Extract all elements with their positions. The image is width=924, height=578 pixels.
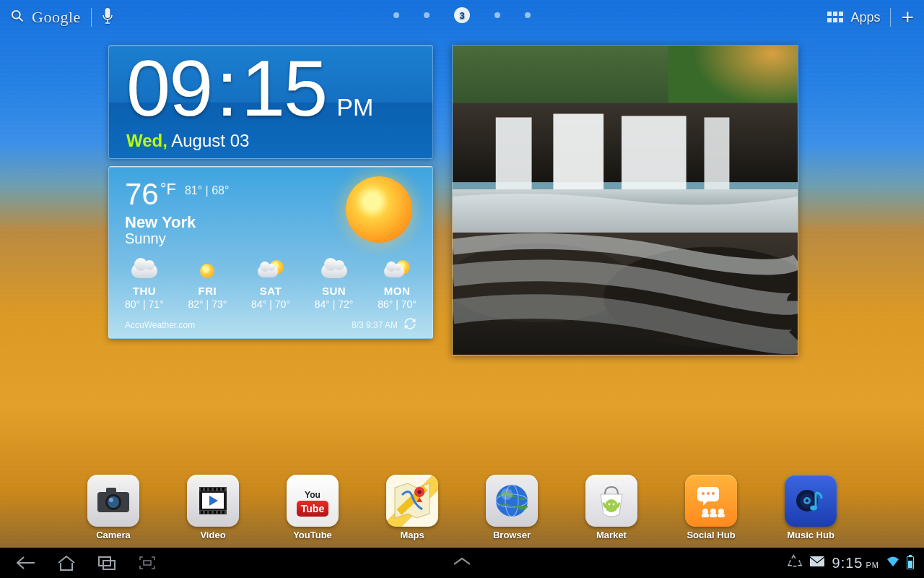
svg-rect-29 [222,488,225,491]
svg-rect-25 [205,488,207,491]
mini-launcher-button[interactable] [452,556,472,569]
app-maps[interactable]: Maps [384,475,440,540]
voice-search-button[interactable] [102,7,113,27]
app-musichub[interactable]: Music Hub [783,475,839,540]
app-video[interactable]: Video [185,475,241,540]
forecast-icon [378,260,417,282]
home-button[interactable] [46,548,87,578]
clock-widget[interactable]: 09 : 15 PM Wed, August 03 [108,45,433,159]
separator [91,8,92,27]
recent-apps-button[interactable] [87,548,127,578]
svg-rect-17 [106,488,116,493]
google-search-label: Google [32,8,81,27]
forecast-day-name: SUN [315,285,354,297]
page-dot[interactable] [494,12,500,18]
weather-refresh-button[interactable] [404,317,417,332]
forecast-day: MON86° | 70° [378,260,417,310]
forecast-day: THU80° | 71° [125,260,164,310]
app-youtube[interactable]: YouTubeYouTube [284,475,341,540]
forecast-temps: 84° | 70° [251,298,290,310]
app-label: Camera [96,530,131,540]
svg-rect-24 [201,488,203,491]
recycle-icon [788,554,802,571]
forecast-icon [125,260,164,282]
statusbar-clock-time: 9:15 [832,555,863,571]
svg-rect-28 [218,488,220,491]
clock-time: 09 : 15 PM [126,46,415,128]
app-browser[interactable]: Browser [484,475,540,540]
clock-colon: : [216,48,237,128]
weather-widget[interactable]: 76 °F 81° | 68° New York Sunny THU80° | … [108,166,433,339]
svg-rect-32 [209,511,212,514]
screenshot-button[interactable] [127,548,167,578]
svg-point-57 [710,509,716,514]
svg-rect-56 [702,514,709,517]
svg-point-19 [108,496,119,508]
svg-rect-2 [105,8,110,18]
svg-point-46 [609,504,611,506]
svg-point-64 [806,499,808,502]
page-dot[interactable] [424,12,430,18]
forecast-icon [315,260,354,282]
sun-icon [346,176,412,243]
page-dot[interactable]: 3 [454,7,470,23]
battery-icon [907,556,914,569]
forecast-day-name: THU [125,285,164,297]
photo-frame-widget[interactable] [452,45,798,355]
svg-rect-69 [144,561,151,565]
app-market[interactable]: Market [583,475,640,540]
clock-month-day: August 03 [171,131,249,150]
weather-temp: 76 [125,177,159,212]
forecast-day: SAT84° | 70° [251,260,290,310]
forecast-day: SUN84° | 72° [315,260,354,310]
svg-point-55 [702,509,708,514]
forecast-day-name: SAT [251,285,290,297]
apps-label: Apps [850,10,880,25]
svg-point-45 [605,499,618,512]
page-dot[interactable] [525,12,531,18]
svg-point-40 [418,491,422,494]
svg-point-53 [707,492,710,495]
system-bar: 9:15 PM [0,548,924,578]
svg-rect-27 [214,488,216,491]
app-socialhub[interactable]: Social Hub [683,475,739,540]
clock-date: Wed, August 03 [126,131,415,151]
svg-rect-26 [209,488,212,491]
svg-point-52 [702,492,705,495]
status-tray[interactable]: 9:15 PM [788,554,918,571]
forecast-icon [188,260,227,282]
weather-updated: 8/3 9:37 AM [352,320,398,330]
forecast-temps: 86° | 70° [378,298,417,310]
app-label: Maps [400,530,424,540]
page-dot[interactable] [393,12,399,18]
back-button[interactable] [6,548,46,578]
forecast-day-name: MON [378,285,417,297]
svg-point-59 [718,509,724,514]
app-label: Market [596,530,627,540]
weather-summary: 76 °F 81° | 68° New York Sunny [125,177,229,247]
svg-point-47 [613,504,615,506]
widget-area: 09 : 15 PM Wed, August 03 76 °F 81° | 68… [108,45,798,355]
svg-rect-60 [718,514,725,517]
page-indicator: 3 [393,7,531,23]
forecast-icon [251,260,290,282]
svg-point-20 [109,498,113,502]
statusbar-clock: 9:15 PM [832,555,879,571]
wifi-icon [886,555,899,571]
svg-point-41 [496,485,528,517]
svg-point-0 [12,11,20,19]
app-label: YouTube [293,530,332,540]
svg-rect-35 [222,511,225,514]
apps-button[interactable]: Apps [827,10,880,25]
app-label: Social Hub [687,530,735,540]
svg-point-44 [501,488,513,500]
svg-rect-70 [810,556,824,566]
google-search-button[interactable]: Google [10,8,81,27]
customize-button[interactable]: + [901,5,914,30]
top-bar: Google 3 Apps + [0,0,924,35]
app-camera[interactable]: Camera [85,475,141,540]
svg-rect-58 [710,514,717,517]
clock-hours: 09 [126,48,212,128]
weather-condition: Sunny [125,230,229,247]
statusbar-clock-ampm: PM [866,561,880,569]
